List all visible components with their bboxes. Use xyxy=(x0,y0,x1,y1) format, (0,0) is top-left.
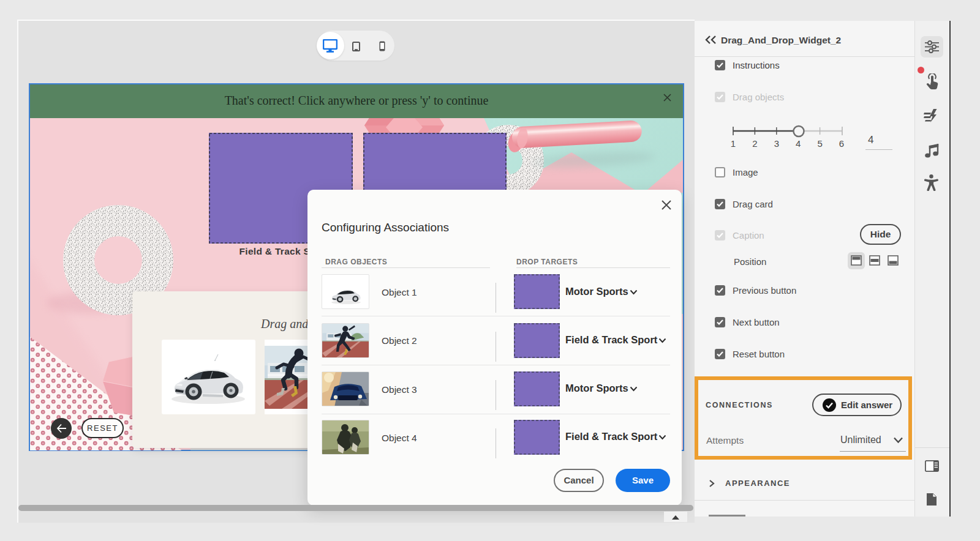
svg-text:3: 3 xyxy=(774,138,779,149)
svg-text:6: 6 xyxy=(839,138,844,149)
svg-text:2: 2 xyxy=(752,138,757,149)
svg-text:4: 4 xyxy=(796,138,801,149)
svg-text:1: 1 xyxy=(731,138,736,149)
svg-text:5: 5 xyxy=(817,138,822,149)
